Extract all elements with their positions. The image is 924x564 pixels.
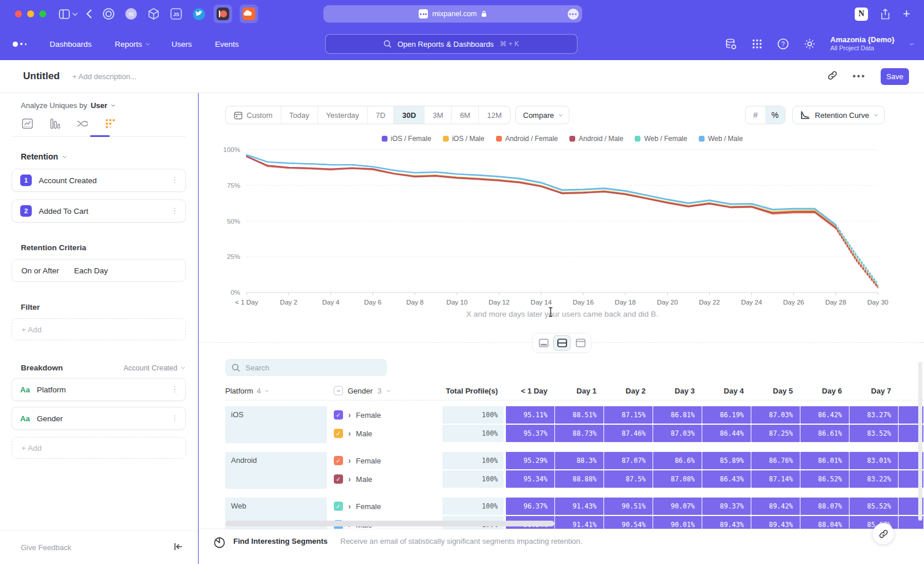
gender-cell[interactable]: ✓›Female <box>334 498 437 515</box>
retention-criteria-card[interactable]: On or After Each Day <box>12 259 186 282</box>
tab-flows[interactable] <box>76 118 89 129</box>
retention-value-cell[interactable]: 95.34% <box>506 470 554 488</box>
filter-add-button[interactable]: + Add <box>12 318 186 340</box>
expand-row-icon[interactable]: › <box>348 474 351 484</box>
retention-value-cell[interactable]: 91.43% <box>555 498 603 515</box>
add-description[interactable]: + Add description... <box>72 72 136 81</box>
view-split-button[interactable] <box>553 335 571 351</box>
row-checkbox[interactable]: ✓ <box>334 429 343 438</box>
target-icon[interactable] <box>101 6 116 21</box>
project-switcher[interactable]: Amazonia {Demo} All Project Data <box>830 35 895 53</box>
gender-cell[interactable]: ✓›Female <box>334 406 437 424</box>
day-header[interactable]: Day 3 <box>653 387 702 395</box>
minimize-window-button[interactable] <box>27 10 34 17</box>
notion-icon[interactable]: N <box>855 8 868 21</box>
browser-sidebar-icon[interactable] <box>59 9 70 19</box>
address-bar[interactable]: mixpanel.com ••• <box>323 5 582 23</box>
retention-value-cell[interactable]: 96.37% <box>506 498 554 515</box>
gender-cell[interactable]: ✓›Female <box>334 452 437 469</box>
retention-value-cell[interactable]: 95.37% <box>506 425 554 442</box>
retention-value-cell[interactable]: 86.43% <box>702 470 751 488</box>
retention-value-cell[interactable]: 90.51% <box>604 498 653 515</box>
expand-row-icon[interactable]: › <box>348 456 351 466</box>
retention-value-cell[interactable]: 86.44% <box>702 425 751 442</box>
gender-column-header[interactable]: – Gender 3 <box>334 386 437 395</box>
retention-value-cell[interactable]: 86.19% <box>702 406 751 424</box>
retention-section-header[interactable]: Retention <box>21 152 186 161</box>
retention-value-cell[interactable]: 95.11% <box>506 406 554 424</box>
retention-value-cell[interactable]: 87.25% <box>751 425 800 442</box>
settings-gear-icon[interactable] <box>804 38 815 50</box>
gender-cell[interactable]: ✓›Male <box>334 470 437 488</box>
retention-value-cell[interactable]: 90.07% <box>653 498 702 515</box>
tab-insights[interactable] <box>21 118 33 129</box>
retention-value-cell[interactable]: 86.61% <box>800 425 849 442</box>
kebab-menu-icon[interactable]: ⋮ <box>171 417 178 420</box>
platform-cell[interactable]: Android <box>225 452 327 489</box>
total-profiles-header[interactable]: Total Profile(s) <box>442 387 504 395</box>
save-button[interactable]: Save <box>881 68 909 85</box>
window-controls[interactable] <box>15 10 46 17</box>
kebab-menu-icon[interactable]: ⋮ <box>171 179 178 182</box>
retention-value-cell[interactable]: 87.14% <box>751 470 800 488</box>
chevron-down-icon[interactable] <box>72 12 78 16</box>
nav-item-dashboards[interactable]: Dashboards <box>50 40 92 49</box>
retention-value-cell[interactable]: 86.76% <box>751 452 800 469</box>
select-all-checkbox[interactable]: – <box>334 386 343 395</box>
js-icon[interactable]: JS <box>169 6 184 21</box>
event-card-added-to-cart[interactable]: 2 Added To Cart ⋮ <box>12 199 186 222</box>
retention-value-cell[interactable]: 83.27% <box>850 406 898 424</box>
retention-value-cell[interactable]: 88.3% <box>555 452 603 469</box>
day-header[interactable]: Day 6 <box>800 387 849 395</box>
vertical-scrollbar[interactable] <box>918 362 922 521</box>
retention-value-cell[interactable]: 83.22% <box>850 470 898 488</box>
back-icon[interactable] <box>86 9 92 18</box>
nav-item-reports[interactable]: Reports <box>115 40 148 49</box>
breakdown-add-button[interactable]: + Add <box>12 437 186 459</box>
view-chart-only-button[interactable] <box>535 335 552 351</box>
nav-item-events[interactable]: Events <box>215 40 239 49</box>
analyze-value[interactable]: User <box>91 101 107 110</box>
event-label[interactable]: Added To Cart <box>39 207 88 216</box>
criteria-on-or-after[interactable]: On or After <box>21 266 59 275</box>
platform-cell[interactable]: iOS <box>225 406 327 443</box>
day-header[interactable]: Day 7 <box>850 387 898 395</box>
breakdown-label-gender[interactable]: Gender <box>37 414 63 423</box>
view-table-only-button[interactable] <box>572 335 589 351</box>
breakdown-card-gender[interactable]: Aa Gender ⋮ <box>12 407 186 430</box>
report-title[interactable]: Untitled <box>23 70 59 82</box>
retention-value-cell[interactable]: 87.03% <box>751 406 800 424</box>
retention-value-cell[interactable]: 85.89% <box>702 452 751 469</box>
give-feedback-link[interactable]: Give Feedback <box>21 543 71 552</box>
retention-value-cell[interactable]: 86.42% <box>800 406 849 424</box>
retention-value-cell[interactable]: 89.42% <box>751 498 800 515</box>
breakdown-card-platform[interactable]: Aa Platform ⋮ <box>12 378 186 401</box>
mixpanel-logo-icon[interactable] <box>13 42 27 47</box>
retention-value-cell[interactable]: 87.46% <box>604 425 653 442</box>
expand-row-icon[interactable]: › <box>348 429 351 439</box>
retention-value-cell[interactable]: 95.29% <box>506 452 554 469</box>
table-search[interactable] <box>225 359 387 376</box>
retention-value-cell[interactable]: 88.73% <box>555 425 603 442</box>
day-header[interactable]: < 1 Day <box>506 387 554 395</box>
day-header[interactable]: Day 2 <box>604 387 653 395</box>
breakdown-scope-selector[interactable]: Account Created <box>124 364 184 372</box>
tab-retention[interactable] <box>104 118 117 129</box>
row-checkbox[interactable]: ✓ <box>334 410 343 420</box>
global-search[interactable]: Open Reports & Dashboards ⌘ + K <box>325 34 578 54</box>
retention-value-cell[interactable]: 83.01% <box>850 452 898 469</box>
recorder-icon[interactable] <box>214 5 232 23</box>
event-card-account-created[interactable]: 1 Account Created ⋮ <box>12 169 186 192</box>
bird-icon[interactable] <box>191 6 206 21</box>
data-management-icon[interactable] <box>725 38 737 50</box>
retention-value-cell[interactable]: 86.01% <box>800 452 849 469</box>
row-checkbox[interactable]: ✓ <box>334 502 343 511</box>
apps-grid-icon[interactable] <box>752 39 762 49</box>
analyze-uniques-row[interactable]: Analyze Uniques by User <box>21 101 186 110</box>
retention-value-cell[interactable]: 89.37% <box>702 498 751 515</box>
criteria-each-day[interactable]: Each Day <box>74 266 108 275</box>
retention-value-cell[interactable]: 85.52% <box>850 498 898 515</box>
expand-row-icon[interactable]: › <box>348 502 351 511</box>
collapse-sidebar-icon[interactable] <box>174 543 182 553</box>
retention-value-cell[interactable]: 86.52% <box>800 470 849 488</box>
